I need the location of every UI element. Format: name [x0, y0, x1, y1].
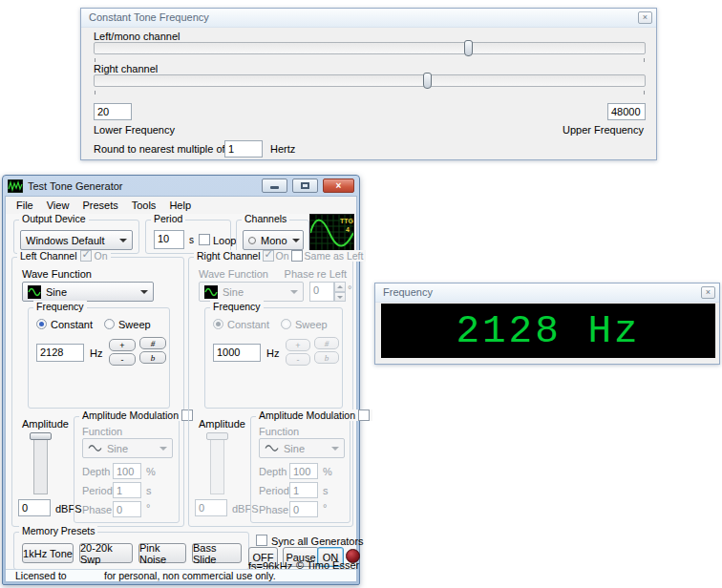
- right-on-checkbox[interactable]: [263, 250, 274, 262]
- period-input[interactable]: 10: [154, 230, 184, 249]
- frequency-display-window: Frequency × 2128 Hz: [374, 283, 720, 365]
- left-amplitude-input[interactable]: 0: [18, 499, 51, 516]
- left-phase-input[interactable]: 0: [113, 501, 141, 517]
- license-terms-label: for personal, non commercial use only.: [104, 570, 276, 581]
- right-depth-input[interactable]: 100: [289, 463, 318, 479]
- channels-select[interactable]: Mono: [243, 230, 304, 250]
- right-amplitude-thumb[interactable]: [206, 432, 228, 440]
- maximize-button[interactable]: [292, 178, 318, 193]
- right-constant-label: Constant: [227, 319, 269, 330]
- right-depth-label: Depth: [259, 466, 287, 477]
- menu-presets[interactable]: Presets: [75, 198, 124, 213]
- chevron-down-icon: [331, 447, 339, 451]
- left-phase-label: Phase: [82, 504, 112, 515]
- right-am-period-label: Period: [259, 485, 289, 496]
- chevron-down-icon: [140, 290, 148, 294]
- memory-presets-group: Memory Presets 1kHz Tone 20-20k Swp Pink…: [13, 532, 249, 570]
- frequency-decrement-button[interactable]: -: [286, 353, 310, 366]
- close-icon[interactable]: ×: [701, 286, 715, 299]
- right-am-function-select[interactable]: Sine: [259, 438, 345, 458]
- right-am-checkbox[interactable]: [358, 410, 370, 421]
- same-as-left-checkbox[interactable]: [291, 250, 303, 262]
- left-channel-legend: Left Channel: [20, 250, 77, 262]
- sine-squiggle-icon: [265, 444, 279, 452]
- phase-re-left-spinner[interactable]: [334, 282, 346, 302]
- right-amplitude-input[interactable]: 0: [195, 499, 227, 516]
- phase-re-left-unit: °: [348, 284, 351, 295]
- minimize-button[interactable]: [262, 178, 287, 193]
- left-mono-slider-thumb[interactable]: [464, 40, 473, 56]
- chevron-down-icon: [290, 290, 298, 294]
- left-depth-label: Depth: [82, 466, 110, 477]
- freq-body: 2128 Hz: [375, 303, 719, 365]
- preset-1khz-tone-button[interactable]: 1kHz Tone: [22, 543, 74, 563]
- left-channel-group: Left Channel On Wave Function Sine Frequ…: [11, 257, 184, 527]
- left-hz-label: Hz: [90, 347, 102, 359]
- left-on-checkbox[interactable]: [80, 250, 92, 262]
- loop-label: Loop: [213, 235, 236, 246]
- left-wave-value: Sine: [46, 286, 67, 298]
- close-icon[interactable]: ×: [638, 11, 652, 24]
- loop-checkbox[interactable]: [199, 234, 210, 245]
- left-constant-radio[interactable]: [36, 319, 47, 329]
- flat-button[interactable]: b: [139, 351, 166, 364]
- output-device-group: Output Device Windows Default: [13, 220, 139, 254]
- right-frequency-slider[interactable]: [94, 74, 646, 87]
- frequency-increment-button[interactable]: +: [286, 339, 310, 351]
- menu-tools[interactable]: Tools: [125, 198, 163, 213]
- phase-re-left-input[interactable]: 0: [309, 282, 334, 302]
- output-device-select[interactable]: Windows Default: [20, 230, 133, 250]
- right-slider-thumb[interactable]: [423, 73, 432, 89]
- spin-down-icon[interactable]: [334, 292, 346, 303]
- close-button[interactable]: ×: [323, 178, 354, 193]
- mono-circle-icon: [248, 237, 256, 244]
- menu-view[interactable]: View: [40, 198, 76, 213]
- frequency-decrement-button[interactable]: -: [109, 353, 136, 366]
- menu-help[interactable]: Help: [162, 198, 198, 213]
- app-icon: [8, 179, 23, 193]
- main-titlebar[interactable]: Test Tone Generator ×: [3, 176, 359, 196]
- right-wave-select[interactable]: Sine: [199, 282, 304, 302]
- sine-squiggle-icon: [88, 444, 102, 452]
- left-frequency-input[interactable]: 2128: [36, 344, 84, 362]
- sync-all-generators-checkbox[interactable]: [256, 535, 267, 546]
- frequency-increment-button[interactable]: +: [109, 339, 136, 351]
- left-depth-input[interactable]: 100: [113, 463, 141, 479]
- chevron-down-icon: [292, 239, 300, 242]
- right-constant-radio[interactable]: [213, 319, 223, 329]
- sine-wave-icon: [204, 285, 218, 299]
- right-sweep-radio[interactable]: [281, 319, 291, 329]
- preset-20-20k-sweep-button[interactable]: 20-20k Swp: [79, 543, 133, 563]
- spin-up-icon[interactable]: [334, 282, 346, 292]
- round-multiple-input[interactable]: 1: [224, 140, 263, 158]
- right-frequency-input[interactable]: 1000: [213, 344, 261, 362]
- left-wave-select[interactable]: Sine: [22, 282, 154, 302]
- wave-function-label: Wave Function: [22, 268, 92, 280]
- left-am-function-select[interactable]: Sine: [82, 438, 173, 458]
- menu-file[interactable]: File: [10, 198, 40, 213]
- main-body: File View Presets Tools Help Output Devi…: [5, 196, 357, 582]
- preset-pink-noise-button[interactable]: Pink Noise: [138, 543, 186, 563]
- ctf-title: Constant Tone Frequency: [89, 11, 209, 23]
- right-phase-input[interactable]: 0: [289, 501, 318, 517]
- upper-frequency-input[interactable]: 48000: [607, 103, 646, 120]
- left-amplitude-slider[interactable]: [33, 433, 48, 494]
- period-group: Period 10 s Loop: [145, 220, 231, 254]
- lower-frequency-input[interactable]: 20: [94, 103, 132, 120]
- right-am-period-input[interactable]: 1: [289, 482, 318, 498]
- left-mono-frequency-slider[interactable]: [94, 42, 646, 54]
- freq-titlebar[interactable]: Frequency ×: [375, 284, 719, 303]
- preset-bass-slide-button[interactable]: Bass Slide: [192, 543, 242, 563]
- left-amplitude-thumb[interactable]: [30, 432, 52, 440]
- output-device-value: Windows Default: [26, 235, 105, 246]
- right-amplitude-slider[interactable]: [210, 433, 224, 494]
- right-sweep-label: Sweep: [295, 319, 328, 330]
- left-sweep-radio[interactable]: [104, 319, 115, 329]
- sharp-button[interactable]: #: [314, 337, 339, 349]
- sharp-button[interactable]: #: [139, 337, 166, 349]
- left-am-period-input[interactable]: 1: [113, 482, 141, 498]
- right-amplitude-label: Amplitude: [199, 418, 245, 430]
- phase-re-left-label: Phase re Left: [285, 268, 347, 280]
- ctf-titlebar[interactable]: Constant Tone Frequency ×: [81, 9, 656, 28]
- flat-button[interactable]: b: [314, 351, 339, 364]
